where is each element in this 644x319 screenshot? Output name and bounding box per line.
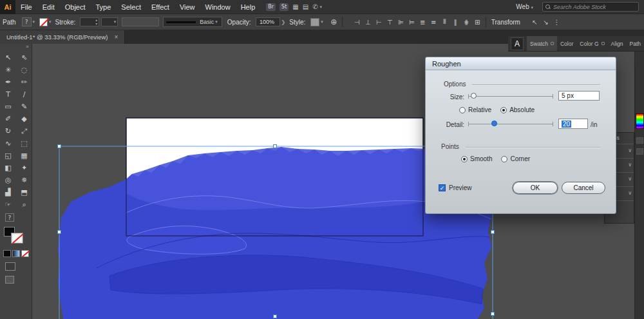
menu-view[interactable]: View: [175, 0, 200, 14]
document-setup-globe-icon[interactable]: ⊕: [328, 17, 339, 27]
screen-mode-button[interactable]: [5, 276, 14, 284]
detail-value-field[interactable]: 20: [558, 119, 588, 129]
align-horizontal-left-icon[interactable]: ⊣: [352, 17, 363, 27]
bridge-badge[interactable]: Br: [266, 3, 276, 11]
dialog-title[interactable]: Roughen: [426, 57, 616, 70]
color-spectrum-icon[interactable]: [636, 113, 644, 129]
graphic-style-swatch[interactable]: [310, 18, 319, 26]
opacity-value-dropdown[interactable]: 100%: [256, 17, 280, 26]
none-button[interactable]: [21, 250, 29, 257]
size-value-field[interactable]: 5 px: [558, 91, 600, 101]
tab-align[interactable]: Align: [608, 36, 627, 51]
selection-tool[interactable]: ↖: [0, 52, 16, 64]
menu-type[interactable]: Type: [91, 0, 117, 14]
menu-effect[interactable]: Effect: [146, 0, 175, 14]
handle-mid-right[interactable]: [491, 231, 495, 234]
gradient-button[interactable]: [12, 250, 20, 257]
type-tool[interactable]: T: [0, 88, 16, 101]
panel-menu-icon[interactable]: ⋮: [551, 17, 562, 27]
direct-selection-tool[interactable]: ⇖: [16, 52, 32, 64]
smooth-radio[interactable]: Smooth: [461, 155, 492, 162]
relative-radio[interactable]: Relative: [459, 106, 491, 113]
align-vertical-top-icon[interactable]: ⊤: [384, 17, 395, 27]
distribute-horizontal-center-icon[interactable]: ∥: [450, 17, 461, 27]
stroke-weight-dropdown[interactable]: ▾: [101, 17, 118, 26]
toolbox-collapse-icon[interactable]: »: [0, 44, 32, 52]
handle-bottom-right[interactable]: [491, 313, 495, 316]
tab-color[interactable]: Color: [557, 36, 576, 51]
help-icon[interactable]: ?: [5, 213, 14, 222]
workspace-switcher-icon[interactable]: ▤: [303, 3, 308, 10]
handle-top-left[interactable]: [58, 145, 61, 148]
color-button[interactable]: [3, 250, 11, 257]
shaper-tool[interactable]: ◆: [16, 113, 32, 125]
eyedropper-tool[interactable]: ✦: [16, 162, 32, 174]
absolute-radio[interactable]: Absolute: [500, 106, 535, 113]
detail-slider-handle[interactable]: [491, 121, 497, 126]
stock-badge[interactable]: St: [279, 3, 289, 11]
curvature-tool[interactable]: ✏: [16, 76, 32, 88]
align-horizontal-center-icon[interactable]: ⊥: [363, 17, 374, 27]
free-transform-tool[interactable]: ⬚: [16, 137, 32, 150]
variable-width-profile[interactable]: [122, 17, 159, 26]
brush-definition-dropdown[interactable]: Basic ▾: [163, 17, 222, 27]
artboard-tool[interactable]: ⬒: [16, 186, 32, 198]
zoom-tool[interactable]: ⌕: [16, 198, 32, 211]
panel-icon[interactable]: [636, 137, 643, 144]
menu-help[interactable]: Help: [236, 0, 261, 14]
rectangle-tool[interactable]: ▭: [0, 101, 16, 113]
distribute-vertical-center-icon[interactable]: ≡: [428, 17, 439, 27]
distribute-spacing-icon[interactable]: ⋕: [461, 17, 472, 27]
transform-reference-icon[interactable]: ↖: [529, 17, 540, 27]
character-panel-badge[interactable]: A: [511, 37, 524, 50]
menu-object[interactable]: Object: [60, 0, 91, 14]
align-vertical-center-icon[interactable]: ⊫: [395, 17, 406, 27]
menu-edit[interactable]: Edit: [37, 0, 60, 14]
pen-tool[interactable]: ✒: [0, 76, 16, 88]
menu-select[interactable]: Select: [116, 0, 146, 14]
appearance-proxy[interactable]: ?: [22, 17, 32, 26]
menu-file[interactable]: File: [15, 0, 37, 14]
align-vertical-bottom-icon[interactable]: ⊨: [406, 17, 417, 27]
tab-pathfinder[interactable]: Path: [627, 36, 644, 51]
fill-color-swatch[interactable]: [39, 18, 48, 26]
gradient-tool[interactable]: ◧: [0, 162, 16, 174]
handle-bottom-center[interactable]: [274, 315, 277, 318]
document-tab[interactable]: Untitled-1* @ 33.33% (RGB/Preview) ×: [0, 30, 125, 44]
fill-stroke-proxy[interactable]: [4, 227, 26, 246]
width-tool[interactable]: ∿: [0, 137, 16, 150]
stroke-weight-stepper[interactable]: ▴▾: [80, 17, 99, 26]
tab-swatches[interactable]: Swatch: [527, 36, 557, 51]
size-slider-handle[interactable]: [471, 93, 477, 99]
chevron-down-icon[interactable]: ∨: [628, 162, 632, 168]
transform-scale-icon[interactable]: ↘: [540, 17, 551, 27]
shape-builder-tool[interactable]: ◱: [0, 150, 16, 162]
column-graph-tool[interactable]: ▟: [0, 186, 16, 198]
paintbrush-tool[interactable]: ✎: [16, 101, 32, 113]
close-tab-icon[interactable]: ×: [114, 34, 118, 41]
menu-window[interactable]: Window: [200, 0, 236, 14]
share-icon[interactable]: ✆: [312, 3, 317, 10]
stroke-swatch[interactable]: [12, 233, 23, 243]
distribute-horizontal-left-icon[interactable]: ⫴: [439, 17, 450, 27]
scale-tool[interactable]: ⤢: [16, 125, 32, 137]
chevron-down-icon[interactable]: ∨: [628, 190, 632, 196]
stock-search-input[interactable]: Search Adobe Stock: [542, 2, 639, 12]
chevron-down-icon[interactable]: ∨: [628, 176, 632, 182]
magic-wand-tool[interactable]: ✳: [0, 64, 16, 76]
line-segment-tool[interactable]: ∕: [16, 88, 32, 101]
ok-button[interactable]: OK: [513, 182, 558, 194]
hand-tool[interactable]: ☞: [0, 198, 16, 211]
size-slider[interactable]: [468, 93, 553, 99]
mesh-tool[interactable]: ▦: [16, 150, 32, 162]
cancel-button[interactable]: Cancel: [562, 182, 605, 194]
handle-top-center[interactable]: [274, 145, 277, 148]
arrange-documents-icon[interactable]: ▦: [292, 3, 298, 10]
pencil-tool[interactable]: ✐: [0, 113, 16, 125]
align-horizontal-right-icon[interactable]: ⊢: [374, 17, 384, 27]
workspace-switcher[interactable]: Web ▾: [516, 3, 536, 10]
distribute-vertical-top-icon[interactable]: ≣: [417, 17, 428, 27]
draw-mode-button[interactable]: [5, 262, 15, 271]
arrow-right-icon[interactable]: ❯: [281, 19, 286, 25]
lasso-tool[interactable]: ◌: [16, 64, 32, 76]
